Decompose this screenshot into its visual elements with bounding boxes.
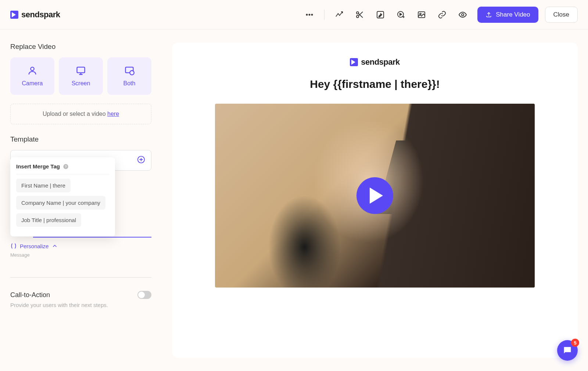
trim-icon[interactable] — [351, 7, 369, 22]
help-icon[interactable]: ? — [63, 164, 69, 170]
cta-description: Provide your users with their next steps… — [10, 302, 151, 308]
cta-label: Call-to-Action — [10, 291, 50, 299]
preview-title: Hey {{firstname | there}}! — [310, 78, 440, 90]
svg-rect-11 — [77, 67, 85, 73]
chat-fab[interactable]: 5 — [557, 340, 578, 361]
svg-point-13 — [130, 71, 134, 75]
link-icon[interactable] — [433, 7, 451, 22]
image-icon[interactable] — [413, 7, 430, 22]
message-label: Message — [10, 252, 151, 258]
template-title: Template — [10, 135, 151, 143]
personalize-label: Personalize — [20, 243, 49, 249]
both-label: Both — [123, 80, 136, 87]
title-underline — [10, 237, 151, 238]
video-thumbnail[interactable] — [215, 104, 535, 288]
brand-name: sendspark — [21, 10, 60, 19]
brand-name: sendspark — [361, 57, 400, 67]
cta-toggle[interactable] — [137, 291, 151, 299]
chevron-up-icon — [51, 243, 58, 249]
svg-point-9 — [462, 14, 464, 16]
more-button[interactable] — [301, 7, 318, 22]
preview-icon[interactable] — [454, 7, 472, 22]
svg-point-3 — [356, 12, 359, 14]
svg-point-0 — [306, 14, 308, 15]
logo-icon — [10, 11, 18, 19]
svg-text:?: ? — [65, 165, 67, 168]
brand-logo: sendspark — [10, 10, 60, 19]
tag-firstname[interactable]: First Name | there — [16, 179, 71, 192]
tag-jobtitle[interactable]: Job Title | professional — [16, 213, 81, 227]
analytics-icon[interactable] — [330, 7, 348, 22]
camera-label: Camera — [22, 80, 43, 87]
both-icon — [124, 65, 135, 76]
close-button[interactable]: Close — [545, 7, 578, 23]
add-icon[interactable] — [137, 156, 145, 165]
screen-label: Screen — [72, 80, 90, 87]
camera-icon — [27, 65, 37, 76]
chat-badge: 5 — [571, 339, 579, 347]
replace-video-title: Replace Video — [10, 43, 151, 51]
upload-box[interactable]: Upload or select a video here — [10, 104, 151, 124]
both-option[interactable]: Both — [107, 57, 151, 95]
braces-icon — [10, 243, 17, 249]
svg-point-1 — [309, 14, 310, 15]
screen-option[interactable]: Screen — [59, 57, 103, 95]
personalize-button[interactable]: Personalize — [10, 243, 151, 249]
chat-icon — [562, 345, 573, 356]
merge-tag-popup: Insert Merge Tag ? First Name | there Co… — [10, 157, 115, 236]
screen-icon — [76, 65, 86, 76]
camera-option[interactable]: Camera — [10, 57, 54, 95]
svg-point-2 — [312, 14, 313, 15]
edit-icon[interactable] — [372, 7, 389, 22]
logo-icon — [350, 58, 358, 66]
divider — [324, 10, 325, 20]
preview-card: sendspark Hey {{firstname | there}}! — [172, 43, 578, 358]
popup-title: Insert Merge Tag — [16, 163, 60, 170]
svg-point-4 — [356, 15, 359, 18]
message-input[interactable] — [10, 259, 151, 278]
share-label: Share Video — [496, 11, 530, 18]
play-button[interactable] — [356, 177, 393, 214]
svg-point-10 — [31, 67, 34, 71]
tag-company[interactable]: Company Name | your company — [16, 196, 105, 210]
upload-text: Upload or select a video — [43, 111, 107, 117]
upload-link[interactable]: here — [107, 111, 119, 117]
share-video-button[interactable]: Share Video — [477, 7, 538, 23]
add-video-icon[interactable] — [392, 7, 410, 22]
preview-logo: sendspark — [350, 57, 400, 67]
